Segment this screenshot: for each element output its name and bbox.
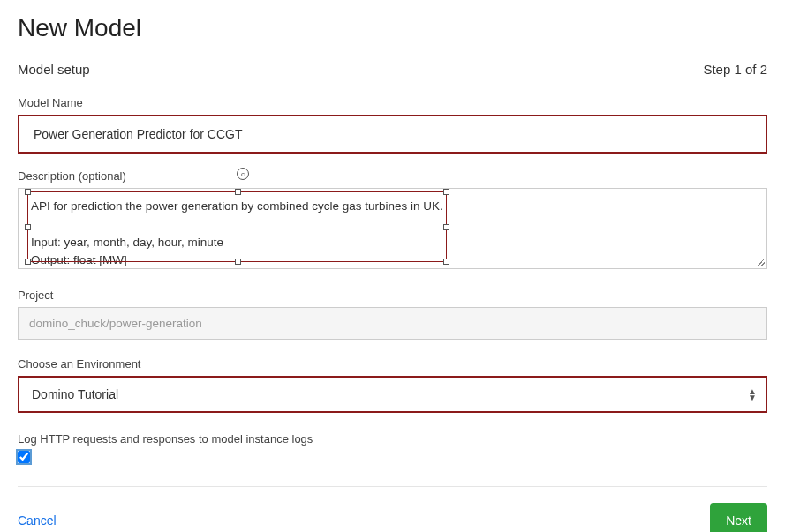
setup-label: Model setup <box>18 62 90 77</box>
description-label: Description (optional) <box>18 169 767 183</box>
model-name-input[interactable] <box>19 116 766 152</box>
project-label: Project <box>18 288 767 302</box>
page-title: New Model <box>18 14 767 42</box>
setup-header-row: Model setup Step 1 of 2 <box>18 62 767 77</box>
cancel-button[interactable]: Cancel <box>18 513 57 528</box>
model-name-label: Model Name <box>18 96 767 109</box>
environment-select[interactable]: Domino Tutorial <box>19 378 766 411</box>
footer-divider <box>18 486 767 487</box>
log-http-label: Log HTTP requests and responses to model… <box>18 432 767 446</box>
log-http-group: Log HTTP requests and responses to model… <box>18 432 767 463</box>
project-input <box>18 307 767 340</box>
description-textarea[interactable] <box>19 189 766 269</box>
next-button[interactable]: Next <box>710 503 767 532</box>
copyright-icon: c <box>237 168 249 180</box>
description-group: c <box>18 188 767 269</box>
footer-row: Cancel Next <box>18 499 767 532</box>
log-http-checkbox[interactable] <box>18 451 30 463</box>
step-indicator: Step 1 of 2 <box>703 62 767 77</box>
environment-highlight-box: Domino Tutorial ▲▼ <box>18 376 767 413</box>
environment-label: Choose an Environment <box>18 357 767 371</box>
description-wrapper <box>18 188 767 269</box>
model-name-highlight-box <box>18 115 767 154</box>
